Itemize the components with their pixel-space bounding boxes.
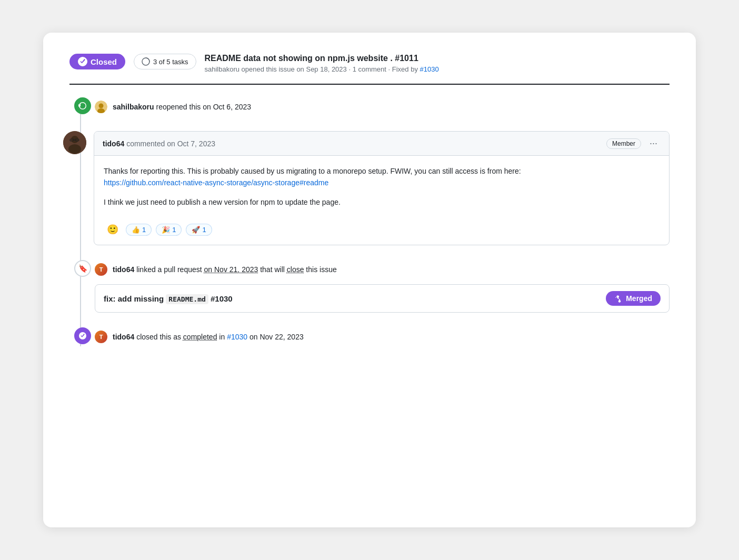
comment-body-para2: I think we just need to publish a new ve… <box>104 196 660 208</box>
issue-detail-card: Closed 3 of 5 tasks README data not show… <box>43 33 696 527</box>
pr-title: fix: add missing README.md #1030 <box>104 294 233 303</box>
comment-date: Oct 7, 2023 <box>177 139 215 148</box>
header-divider <box>69 84 670 85</box>
reopen-event-item: sahilbakoru reopened this on Oct 6, 2023 <box>95 97 670 116</box>
tasks-progress-icon <box>142 57 150 66</box>
merged-label: Merged <box>626 294 652 303</box>
closed-action: closed this as <box>136 333 183 341</box>
member-badge: Member <box>606 138 641 149</box>
rocket-count: 1 <box>202 226 206 234</box>
comment-body: Thanks for reporting this. This is proba… <box>94 156 669 223</box>
svg-point-2 <box>99 104 104 108</box>
check-circle-icon <box>78 57 87 66</box>
pr-title-text: fix: add missing <box>104 294 166 303</box>
comment-reactions: 🙂 👍 1 🎉 1 🚀 1 <box>94 223 669 245</box>
tada-emoji: 🎉 <box>162 226 170 234</box>
linked-pr-actor: tido64 <box>113 265 134 274</box>
thumbsup-emoji: 👍 <box>132 226 140 234</box>
linked-pr-date: on Nov 21, 2023 <box>204 265 258 274</box>
comment-header-right: Member ··· <box>606 137 661 150</box>
closed-date: on Nov 22, 2023 <box>249 333 304 341</box>
reopen-actor: sahilbakoru reopened this on Oct 6, 2023 <box>113 103 251 111</box>
closed-check-icon <box>74 327 91 344</box>
issue-header: Closed 3 of 5 tasks README data not show… <box>69 54 670 84</box>
tasks-count: 3 of 5 tasks <box>153 58 188 66</box>
tasks-badge[interactable]: 3 of 5 tasks <box>134 54 196 69</box>
issue-meta-text: sahilbakoru opened this issue on Sep 18,… <box>205 65 418 73</box>
closed-completion: completed <box>183 333 217 341</box>
reopen-actor-name: sahilbakoru <box>113 103 154 111</box>
closed-pr-link[interactable]: #1030 <box>227 333 247 341</box>
reopen-date: Oct 6, 2023 <box>213 103 251 111</box>
comment-author: tido64 <box>103 139 124 148</box>
tido64-avatar <box>63 131 86 154</box>
comment-body-text1: Thanks for reporting this. This is proba… <box>104 167 521 175</box>
tada-count: 1 <box>172 226 176 234</box>
comment-body-para1: Thanks for reporting this. This is proba… <box>104 165 660 189</box>
merged-badge: Merged <box>606 291 661 306</box>
tido64-avatar-sm: T <box>95 263 107 276</box>
thumbsup-count: 1 <box>142 226 146 234</box>
bookmark-icon: 🔖 <box>74 260 91 277</box>
linked-pr-item: 🔖 T tido64 linked a pull request on Nov … <box>95 260 670 313</box>
tido64-closed-avatar: T <box>95 331 107 343</box>
closed-actor: tido64 <box>113 333 134 341</box>
svg-point-5 <box>71 136 78 143</box>
merge-icon <box>614 294 623 303</box>
sahilbakoru-avatar-sm <box>95 101 107 113</box>
closed-event: T tido64 closed this as completed in #10… <box>95 327 670 346</box>
closed-label: Closed <box>91 57 117 66</box>
comment-menu-button[interactable]: ··· <box>646 137 661 150</box>
issue-meta: sahilbakoru opened this issue on Sep 18,… <box>205 65 439 73</box>
comment-body-link[interactable]: https://github.com/react-native-async-st… <box>104 178 328 187</box>
closed-in: in <box>219 333 227 341</box>
closed-event-text: tido64 closed this as completed in #1030… <box>113 333 304 341</box>
comment-header-left: tido64 commented on Oct 7, 2023 <box>103 139 215 148</box>
reopen-event: sahilbakoru reopened this on Oct 6, 2023 <box>95 97 670 116</box>
reaction-tada[interactable]: 🎉 1 <box>156 224 182 236</box>
reaction-rocket[interactable]: 🚀 1 <box>186 224 212 236</box>
reopen-icon <box>74 97 91 114</box>
rocket-emoji: 🚀 <box>192 226 200 234</box>
reopen-action-text: reopened this on <box>156 103 213 111</box>
add-reaction-button[interactable]: 🙂 <box>104 223 122 236</box>
linked-pr-action2: that will <box>260 265 287 274</box>
reaction-thumbsup[interactable]: 👍 1 <box>126 224 152 236</box>
svg-point-6 <box>68 144 81 154</box>
linked-pr-close: close <box>287 265 304 274</box>
closed-event-item: T tido64 closed this as completed in #10… <box>95 327 670 346</box>
timeline: sahilbakoru reopened this on Oct 6, 2023 <box>69 97 670 346</box>
linked-pr-suffix: this issue <box>306 265 336 274</box>
fix-pr-link[interactable]: #1030 <box>420 65 439 73</box>
comment-action-text: commented on <box>126 139 177 148</box>
comment-wrapper: tido64 commented on Oct 7, 2023 Member ·… <box>95 131 670 245</box>
linked-pr-text: tido64 linked a pull request on Nov 21, … <box>113 265 337 274</box>
pr-title-code: README.md <box>166 294 208 304</box>
closed-badge: Closed <box>69 54 125 69</box>
issue-title-area: README data not showing on npm.js websit… <box>205 54 439 73</box>
linked-pr-action1: linked a pull request <box>136 265 204 274</box>
pr-number: #1030 <box>211 294 233 303</box>
linked-pr-box: fix: add missing README.md #1030 Merged <box>95 284 670 313</box>
comment-header: tido64 commented on Oct 7, 2023 Member ·… <box>94 132 669 156</box>
comment-item: tido64 commented on Oct 7, 2023 Member ·… <box>95 131 670 245</box>
issue-title: README data not showing on npm.js websit… <box>205 54 439 63</box>
comment-box: tido64 commented on Oct 7, 2023 Member ·… <box>94 131 670 245</box>
tido64-avatar-inner <box>63 131 86 154</box>
linked-pr-event: T tido64 linked a pull request on Nov 21… <box>95 260 670 279</box>
